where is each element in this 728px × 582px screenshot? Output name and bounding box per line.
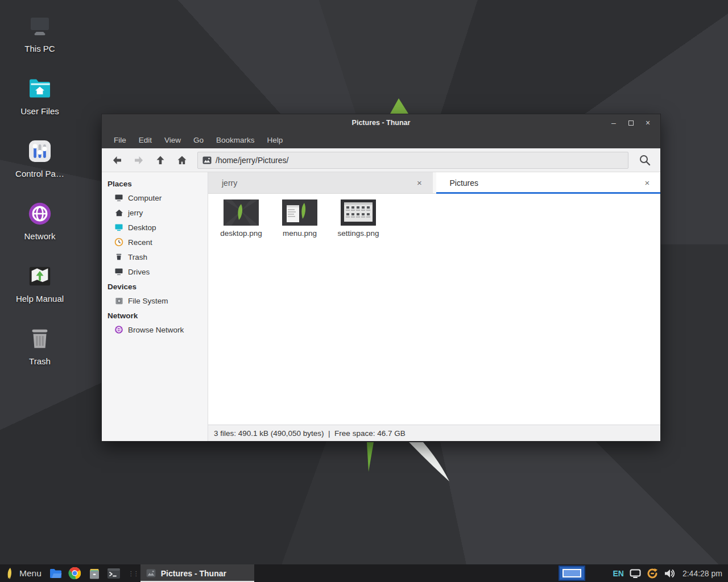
taskbar-left: Menu (0, 564, 254, 582)
image-file-icon (146, 569, 156, 577)
sidebar-item-label: Computer (128, 194, 162, 202)
tab-label[interactable]: jerry (222, 178, 415, 188)
tab-pictures[interactable]: Pictures × (436, 172, 661, 193)
chrome-launcher[interactable] (65, 564, 85, 582)
chrome-icon (68, 567, 81, 580)
desktop-icon-label: Trash (29, 356, 51, 366)
tab-jerry[interactable]: jerry × (208, 172, 436, 193)
network-globe-icon (114, 325, 123, 334)
menu-bar: File Edit View Go Bookmarks Help (102, 131, 660, 148)
menu-help[interactable]: Help (261, 133, 289, 147)
desktop-icon-help-manual[interactable]: Help Manual (6, 263, 74, 325)
desktop-icon-this-pc[interactable]: This PC (6, 13, 74, 75)
status-text: 3 files: 490.1 kB (490,050 bytes) | Free… (214, 429, 406, 438)
sidebar-item-label: Recent (128, 238, 152, 247)
tab-close-icon[interactable]: × (415, 178, 425, 188)
maximize-button[interactable] (626, 118, 635, 127)
blue-folder-icon (49, 568, 63, 579)
minimize-button[interactable]: – (609, 118, 618, 127)
sidebar-item-browse-network[interactable]: Browse Network (102, 322, 208, 337)
file-name: settings.png (338, 229, 379, 238)
file-name: menu.png (283, 229, 317, 238)
display-tray-icon[interactable] (630, 569, 641, 578)
update-manager-icon[interactable] (646, 567, 659, 580)
back-button[interactable] (107, 152, 127, 169)
sidebar-item-jerry[interactable]: jerry (102, 205, 208, 220)
window-titlebar[interactable]: Pictures - Thunar – × (102, 114, 660, 131)
taskbar-clock[interactable]: 2:44:28 pm (682, 569, 722, 578)
toolbar: /home/jerry/Pictures/ (102, 148, 660, 172)
sidebar-item-file-system[interactable]: File System (102, 293, 208, 308)
volume-icon[interactable] (664, 568, 675, 579)
sidebar-item-computer[interactable]: Computer (102, 190, 208, 205)
control-panel-icon (26, 138, 53, 165)
sidebar-item-label: Trash (128, 253, 147, 261)
menu-go[interactable]: Go (187, 133, 210, 147)
sidebar-item-drives[interactable]: Drives (102, 264, 208, 279)
file-list: desktop.png (208, 194, 660, 425)
sidebar-item-desktop[interactable]: Desktop (102, 220, 208, 235)
tab-close-icon[interactable]: × (642, 178, 652, 188)
terminal-launcher[interactable] (104, 564, 123, 582)
content-pane: jerry × Pictures × (208, 172, 660, 441)
menu-edit[interactable]: Edit (133, 133, 158, 147)
desktop-icon-trash[interactable]: Trash (6, 325, 74, 388)
desktop-icon-list: This PC User Files (6, 13, 74, 388)
menu-button-label[interactable]: Menu (19, 568, 46, 579)
menu-screenshot-thumbnail (282, 199, 317, 226)
close-button[interactable]: × (643, 118, 652, 127)
window-controls: – × (609, 118, 660, 127)
workspace-switcher[interactable] (559, 566, 585, 581)
desktop-screenshot-thumbnail (224, 199, 259, 226)
search-button[interactable] (635, 152, 655, 169)
sidebar-item-label: Browse Network (128, 326, 184, 334)
home-icon (176, 155, 188, 166)
drives-icon (114, 267, 123, 276)
file-manager-launcher[interactable] (46, 564, 65, 582)
keyboard-layout-indicator[interactable]: EN (613, 569, 623, 578)
computer-icon (26, 13, 53, 40)
panel-drag-handle[interactable]: ⋮⋮ (123, 571, 140, 576)
archive-manager-launcher[interactable] (85, 564, 104, 582)
tab-label[interactable]: Pictures (450, 178, 643, 188)
file-desktop-png[interactable]: desktop.png (215, 199, 267, 238)
desktop-icon-user-files[interactable]: User Files (6, 75, 74, 138)
taskbar: Menu (0, 564, 728, 582)
window-title: Pictures - Thunar (102, 119, 660, 127)
menu-file[interactable]: File (107, 133, 133, 147)
path-bar[interactable]: /home/jerry/Pictures/ (197, 152, 628, 169)
recent-clock-icon (114, 238, 123, 247)
terminal-icon (107, 568, 121, 579)
taskbar-window-label: Pictures - Thunar (161, 569, 226, 578)
desktop-icon-control-panel[interactable]: Control Pa… (6, 138, 74, 200)
trash-icon (114, 252, 123, 261)
maximize-icon (628, 120, 634, 126)
sidebar-item-label: Drives (128, 268, 150, 276)
sidebar: Places Computer (102, 172, 208, 441)
path-text[interactable]: /home/jerry/Pictures/ (216, 156, 288, 165)
file-settings-png[interactable]: settings.png (332, 199, 384, 238)
desktop-icon (114, 223, 123, 232)
forward-button[interactable] (129, 152, 148, 169)
distro-menu-button[interactable] (0, 564, 19, 582)
desktop-icon-label: Help Manual (16, 294, 64, 304)
desktop-icon-network[interactable]: Network (6, 200, 74, 263)
menu-view[interactable]: View (158, 133, 187, 147)
image-file-icon (202, 156, 212, 164)
back-icon (111, 155, 123, 166)
desktop: This PC User Files (0, 0, 728, 582)
menu-bookmarks[interactable]: Bookmarks (210, 133, 261, 147)
desktop-icon-label: User Files (20, 106, 59, 116)
sidebar-header-devices: Devices (102, 279, 208, 293)
home-button[interactable] (172, 152, 192, 169)
sidebar-item-trash[interactable]: Trash (102, 250, 208, 264)
forward-icon (133, 155, 144, 166)
file-menu-png[interactable]: menu.png (274, 199, 326, 238)
desktop-icon-label: Network (24, 231, 55, 241)
sidebar-item-recent[interactable]: Recent (102, 235, 208, 250)
sidebar-item-label: jerry (128, 209, 143, 217)
search-icon (639, 154, 651, 167)
up-button[interactable] (151, 152, 170, 169)
linux-lite-logo-icon (5, 567, 15, 580)
taskbar-window-button[interactable]: Pictures - Thunar (140, 564, 254, 582)
